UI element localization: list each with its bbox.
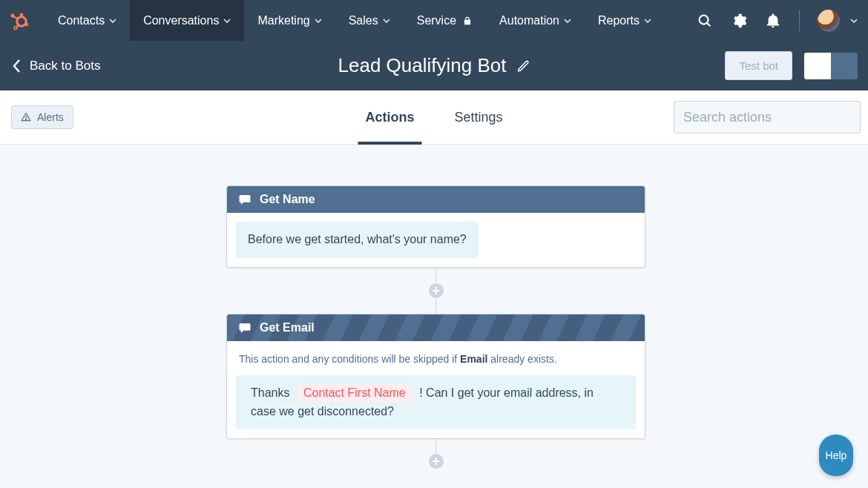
pencil-icon — [516, 59, 530, 73]
svg-line-10 — [707, 22, 710, 25]
nav-items: ContactsConversationsMarketingSalesServi… — [45, 0, 665, 41]
top-nav-right — [697, 10, 858, 32]
chevron-down-icon — [315, 17, 322, 24]
add-action-button[interactable] — [427, 452, 445, 470]
gear-icon[interactable] — [731, 13, 747, 29]
toggle-on-side — [831, 53, 858, 79]
card-body: This action and any conditions will be s… — [227, 341, 645, 439]
separator — [799, 10, 800, 31]
nav-item-sales[interactable]: Sales — [335, 0, 404, 41]
title-wrap: Lead Qualifying Bot — [338, 54, 530, 77]
nav-item-label: Conversations — [143, 14, 219, 27]
chevron-left-icon — [12, 59, 22, 73]
back-label: Back to Bots — [30, 59, 100, 73]
chat-icon — [237, 321, 252, 334]
enable-toggle[interactable] — [804, 53, 858, 79]
nav-item-marketing[interactable]: Marketing — [244, 0, 335, 41]
test-bot-button[interactable]: Test bot — [725, 51, 792, 80]
nav-item-label: Sales — [349, 14, 378, 27]
alert-icon — [21, 112, 31, 122]
svg-line-5 — [25, 24, 27, 24]
nav-item-label: Contacts — [58, 14, 105, 27]
tabs: ActionsSettings — [365, 90, 502, 144]
card-header: Get Email — [227, 314, 645, 341]
nav-item-service[interactable]: Service — [404, 0, 486, 41]
nav-item-contacts[interactable]: Contacts — [45, 0, 130, 41]
bell-icon[interactable] — [765, 13, 781, 29]
message-bubble[interactable]: Thanks Contact First Name ! Can I get yo… — [236, 375, 636, 430]
chevron-down-icon — [383, 17, 390, 24]
nav-item-label: Service — [417, 14, 456, 27]
tab-actions[interactable]: Actions — [365, 90, 414, 144]
account-menu[interactable] — [818, 10, 858, 32]
connector — [435, 268, 436, 314]
edit-title-button[interactable] — [516, 59, 530, 73]
chevron-down-icon — [850, 17, 858, 24]
bot-title: Lead Qualifying Bot — [338, 54, 507, 77]
back-to-bots-link[interactable]: Back to Bots — [12, 59, 100, 73]
svg-point-8 — [14, 26, 17, 29]
action-card[interactable]: Get EmailThis action and any conditions … — [226, 314, 645, 440]
card-header: Get Name — [227, 186, 645, 213]
skip-note: This action and any conditions will be s… — [236, 343, 636, 366]
toolbar: Alerts ActionsSettings — [0, 90, 868, 145]
svg-point-9 — [700, 15, 708, 24]
alerts-label: Alerts — [37, 111, 64, 123]
add-action-button[interactable] — [427, 282, 445, 300]
bot-canvas[interactable]: Get NameBefore we get started, what's yo… — [0, 145, 868, 488]
note-suffix: already exists. — [487, 353, 556, 365]
chevron-down-icon — [223, 17, 231, 24]
svg-point-12 — [25, 119, 26, 119]
alerts-button[interactable]: Alerts — [11, 105, 73, 129]
nav-item-label: Automation — [499, 14, 559, 27]
note-prefix: This action and any conditions will be s… — [239, 353, 460, 365]
card-title: Get Email — [260, 321, 315, 334]
nav-item-automation[interactable]: Automation — [486, 0, 585, 41]
message-pre: Thanks — [251, 386, 293, 399]
avatar — [818, 10, 840, 32]
search-actions-wrap[interactable] — [674, 101, 861, 133]
flow: Get NameBefore we get started, what's yo… — [226, 185, 645, 461]
tab-settings[interactable]: Settings — [454, 90, 502, 144]
search-icon[interactable] — [697, 13, 713, 29]
nav-item-label: Reports — [598, 14, 640, 27]
chevron-down-icon — [564, 17, 571, 24]
hubspot-logo[interactable] — [7, 10, 30, 32]
sub-header: Back to Bots Lead Qualifying Bot Test bo… — [0, 41, 868, 90]
top-nav: ContactsConversationsMarketingSalesServi… — [0, 0, 868, 41]
action-card[interactable]: Get NameBefore we get started, what's yo… — [226, 185, 645, 268]
plus-icon — [432, 286, 441, 295]
nav-item-reports[interactable]: Reports — [585, 0, 665, 41]
nav-item-conversations[interactable]: Conversations — [130, 0, 244, 41]
chat-icon — [237, 193, 252, 206]
connector — [435, 439, 436, 461]
plus-icon — [432, 457, 441, 466]
sprocket-icon — [9, 11, 28, 30]
lock-icon — [462, 16, 473, 26]
personalization-token[interactable]: Contact First Name — [297, 384, 412, 403]
note-strong: Email — [460, 353, 487, 365]
nav-item-label: Marketing — [257, 14, 309, 27]
chevron-down-icon — [109, 17, 116, 24]
help-button[interactable]: Help — [819, 435, 853, 476]
toggle-off-side — [804, 53, 831, 79]
card-title: Get Name — [260, 193, 315, 206]
search-actions-input[interactable] — [683, 110, 855, 125]
message-bubble[interactable]: Before we get started, what's your name? — [236, 222, 479, 258]
chevron-down-icon — [644, 17, 651, 24]
svg-line-6 — [14, 16, 19, 19]
card-body: Before we get started, what's your name? — [227, 213, 645, 267]
subhead-right: Test bot — [725, 51, 858, 80]
